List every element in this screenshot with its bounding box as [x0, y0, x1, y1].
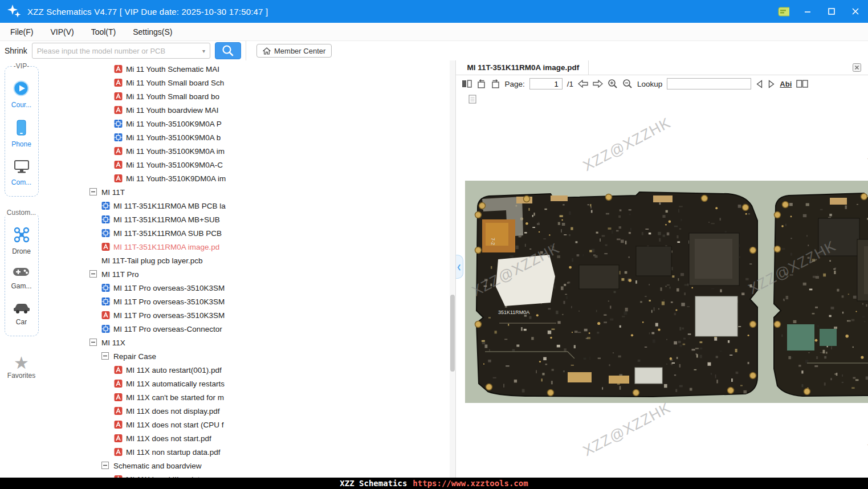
tree-item[interactable]: MI 11X Level III maintenance	[43, 472, 450, 478]
document-tab-label: MI 11T-351K11RM0A image.pdf	[467, 63, 580, 72]
tree-item[interactable]: MI 11T-351K11RM0A MB PCB la	[43, 199, 450, 213]
tree-item[interactable]: MI 11X automatically restarts	[43, 377, 450, 390]
watermark: XZZ@XZZHK	[580, 114, 673, 175]
tree-item[interactable]: Mi 11 Youth-3510K9DM0A im	[43, 172, 450, 185]
tree-item[interactable]: MI 11X can't be started for m	[43, 390, 450, 404]
member-center-button[interactable]: Member Center	[256, 44, 332, 58]
two-page-view-icon[interactable]	[462, 79, 472, 88]
pdf-viewer[interactable]: 351K11RM0A 7-2 XZZ@XZZHKXZZ@XZZHKXZZ@XZZ…	[456, 92, 868, 478]
tree-item[interactable]: Mi 11 Youth Schematic MAI	[43, 62, 450, 76]
model-search-input[interactable]: Please input the model number or PCB ▾	[32, 43, 210, 59]
statusbar: XZZ Schematics https://www.xzztools.com	[0, 478, 868, 489]
sidebar-item-gam[interactable]: Gam...	[11, 266, 31, 290]
tree-item[interactable]: MI 11T-351K11RM0A SUB PCB	[43, 226, 450, 240]
tree-item[interactable]: MI 11T-Tail plug pcb layer.pcb	[43, 254, 450, 267]
tree-item[interactable]: MI 11T Pro overseas-3510K3SM	[43, 281, 450, 295]
facing-pages-icon[interactable]	[796, 79, 808, 88]
tree-item[interactable]: Repair Case	[43, 349, 450, 363]
sidebar-item-label: Cour...	[11, 101, 31, 109]
tree-item-label: MI 11X does not start.pdf	[126, 434, 211, 443]
menu-settings[interactable]: Settings(S)	[133, 27, 172, 36]
pdf-file-icon	[101, 311, 111, 320]
page-icon[interactable]	[468, 95, 476, 104]
watermark: XZZ@XZZHK	[865, 111, 868, 172]
collapse-icon[interactable]	[101, 352, 111, 361]
tree-item-label: MI 11X automatically restarts	[126, 380, 225, 388]
tree-item[interactable]: MI 11X	[43, 336, 450, 349]
previous-page-icon[interactable]	[578, 80, 588, 88]
lookup-input[interactable]	[667, 78, 751, 89]
zoom-out-icon[interactable]	[622, 79, 633, 89]
sidebar-item-favorites[interactable]: ★Favorites	[7, 354, 35, 380]
pdf-file-icon	[101, 242, 111, 251]
tree-item[interactable]: Schematic and boardview	[43, 459, 450, 472]
sidebar-item-car[interactable]: Car	[13, 300, 31, 326]
rotate-left-icon[interactable]	[476, 79, 486, 89]
page-number-input[interactable]	[529, 78, 563, 89]
tree-scrollbar-thumb[interactable]	[450, 295, 455, 372]
statusbar-url-link[interactable]: https://www.xzztools.com	[413, 479, 528, 488]
tree-item-label: Mi 11 Youth-35100K9M0A-C	[126, 161, 223, 169]
tree-scrollbar[interactable]	[450, 60, 455, 478]
tree-item[interactable]: MI 11T-351K11RM0A MB+SUB	[43, 213, 450, 226]
find-next-icon[interactable]	[768, 80, 775, 88]
zoom-in-icon[interactable]	[608, 79, 618, 89]
phone-icon	[14, 119, 28, 138]
sidebar-item-label: Com...	[11, 178, 31, 186]
sidebar-item-cour[interactable]: Cour...	[11, 80, 31, 109]
next-page-icon[interactable]	[593, 80, 603, 88]
collapse-icon[interactable]	[101, 461, 111, 470]
tree-item[interactable]: Mi 11 Youth-35100K9M0A-C	[43, 158, 450, 172]
tree-item[interactable]: MI 11X auto restart(001).pdf	[43, 363, 450, 377]
tree-item-label: MI 11T Pro overseas-3510K3SM	[113, 284, 225, 292]
document-tab[interactable]: MI 11T-351K11RM0A image.pdf	[456, 60, 589, 75]
pcb-file-icon	[101, 215, 111, 224]
tree-item[interactable]: Mi 11 Youth Small board bo	[43, 89, 450, 103]
tree-item[interactable]: MI 11T Pro	[43, 267, 450, 281]
tree-item[interactable]: Mi 11 Youth-35100K9M0A im	[43, 144, 450, 158]
close-document-icon[interactable]	[853, 63, 861, 72]
content-topbar: Member Center	[246, 41, 868, 60]
tree-item[interactable]: Mi 11 Youth-35100K9M0A P	[43, 117, 450, 131]
vip-card-icon[interactable]	[778, 6, 789, 17]
search-button[interactable]	[215, 42, 241, 59]
tree-item[interactable]: MI 11X non startup data.pdf	[43, 445, 450, 459]
tree-item[interactable]: MI 11T Pro overseas-3510K3SM	[43, 308, 450, 322]
chevron-down-icon[interactable]: ▾	[202, 48, 205, 54]
maximize-button[interactable]	[826, 6, 837, 17]
tree-item-label: MI 11T-351K11RM0A SUB PCB	[113, 229, 222, 238]
app-window: XZZ Schematics V4.77 [ VIP Due date: 202…	[0, 0, 868, 489]
tree-item[interactable]: MI 11X does not start (CPU f	[43, 418, 450, 431]
tree-item[interactable]: MI 11T	[43, 185, 450, 199]
tree-item-label: Repair Case	[113, 352, 156, 361]
tree-item[interactable]: MI 11X does not start.pdf	[43, 431, 450, 445]
sidebar-item-com[interactable]: Com...	[11, 158, 31, 186]
tree-item[interactable]: MI 11T Pro overseas-Connector	[43, 322, 450, 336]
sidebar-item-phone[interactable]: Phone	[11, 119, 31, 148]
tree-item[interactable]: Mi 11 Youth-35100K9M0A b	[43, 131, 450, 144]
sidebar-item-drone[interactable]: Drone	[12, 226, 31, 255]
text-select-tool-icon[interactable]: Abi	[780, 80, 792, 88]
menu-vip[interactable]: VIP(V)	[50, 27, 74, 36]
menu-file[interactable]: File(F)	[10, 27, 33, 36]
collapse-icon[interactable]	[89, 338, 99, 347]
tree-item[interactable]: Mi 11 Youth Small board Sch	[43, 76, 450, 89]
close-button[interactable]	[850, 6, 861, 17]
tree-item[interactable]: Mi 11 Youth boardview MAI	[43, 103, 450, 117]
shrink-button[interactable]: Shrink	[5, 46, 27, 55]
statusbar-app-name: XZZ Schematics	[340, 479, 407, 488]
menu-tool[interactable]: Tool(T)	[91, 27, 116, 36]
toolbar-row: Shrink Please input the model number or …	[0, 41, 868, 60]
collapse-icon[interactable]	[89, 188, 99, 197]
find-previous-icon[interactable]	[756, 80, 763, 88]
tree-item[interactable]: MI 11X does not display.pdf	[43, 404, 450, 418]
file-tree-panel: Mi 11 Youth Schematic MAIMi 11 Youth Sma…	[43, 60, 455, 478]
tree-item[interactable]: MI 11T Pro overseas-3510K3SM	[43, 295, 450, 308]
tree-item[interactable]: MI 11T-351K11RM0A image.pd	[43, 240, 450, 254]
rotate-right-icon[interactable]	[491, 79, 500, 89]
collapse-tree-handle[interactable]: ❮	[456, 255, 463, 279]
collapse-icon[interactable]	[89, 270, 99, 279]
app-logo-sparkle-icon	[7, 4, 22, 19]
favorites-label: Favorites	[7, 372, 35, 380]
minimize-button[interactable]	[802, 6, 813, 17]
